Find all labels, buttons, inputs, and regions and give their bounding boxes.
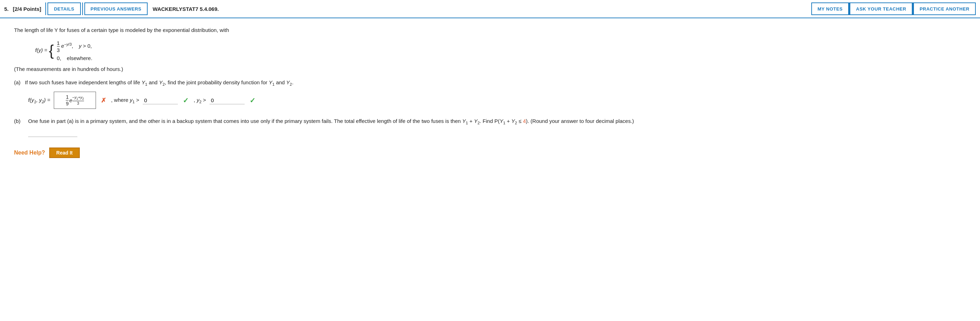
main-content: The length of life Y for fuses of a cert… — [0, 18, 980, 165]
part-a-label: (a) — [14, 79, 24, 85]
divider-1 — [45, 2, 46, 15]
need-help-bar: Need Help? Read It — [14, 148, 969, 158]
y2-input[interactable] — [210, 97, 245, 104]
problem-code: WACKERLYSTAT7 5.4.069. — [153, 6, 219, 12]
box-exp-base: e — [69, 97, 72, 103]
part-b-input-line — [28, 130, 77, 137]
box-fraction-den: 9 — [66, 100, 68, 106]
details-button[interactable]: DETAILS — [48, 2, 81, 15]
box-exponent: −y1+y2 3 — [72, 95, 84, 105]
where-y1-text: , where y1 > — [111, 97, 139, 104]
case2-cond: elsewhere. — [67, 55, 92, 61]
case1-cond: y > 0, — [79, 43, 92, 49]
y2-correct-icon: ✓ — [250, 96, 256, 105]
practice-another-button[interactable]: PRACTICE ANOTHER — [913, 2, 976, 15]
header-right: MY NOTES ASK YOUR TEACHER PRACTICE ANOTH… — [811, 2, 976, 15]
points-label: [2/4 Points] — [13, 6, 41, 12]
incorrect-icon: ✗ — [101, 97, 106, 104]
part-a-desc: If two such fuses have independent lengt… — [25, 79, 294, 85]
part-b: (b) One fuse in part (a) is in a primary… — [14, 117, 969, 140]
problem-number: 5. — [4, 6, 9, 12]
part-a-text: (a) If two such fuses have independent l… — [14, 78, 969, 87]
formula-block: f(y) = { 1 3 e−y/3, y > 0, 0, elsewhere. — [35, 40, 969, 61]
part-a-math-row: f(y1, y2) = 1 9 e −y1+y2 3 ✗ , where y1 … — [28, 92, 969, 109]
fraction-denominator: 3 — [57, 47, 60, 53]
exp-power: −y/3 — [64, 42, 72, 46]
read-it-button[interactable]: Read It — [49, 148, 80, 158]
formula-label: f(y) = — [35, 47, 48, 53]
part-b-desc: One fuse in part (a) is in a primary sys… — [28, 117, 634, 126]
measurements-note: (The measurements are in hundreds of hou… — [14, 66, 969, 72]
intro-text: The length of life Y for fuses of a cert… — [14, 26, 969, 34]
case2-expr: 0, — [57, 55, 62, 61]
where-y2-text: , y2 > — [194, 97, 206, 104]
box-fraction-num: 1 — [66, 94, 68, 100]
header-left: 5. [2/4 Points] DETAILS PREVIOUS ANSWERS… — [4, 2, 811, 15]
joint-pdf-label: f(y1, y2) = — [28, 97, 50, 104]
brace-symbol: { — [49, 42, 54, 59]
header-bar: 5. [2/4 Points] DETAILS PREVIOUS ANSWERS… — [0, 0, 980, 18]
y1-input[interactable] — [143, 97, 178, 104]
need-help-label: Need Help? — [14, 149, 45, 156]
piecewise-row-1: 1 3 e−y/3, y > 0, — [57, 40, 92, 53]
fraction-numerator: 1 — [57, 40, 60, 47]
case1-expr: 1 3 e−y/3, — [57, 40, 73, 53]
joint-pdf-answer-box: 1 9 e −y1+y2 3 — [54, 92, 96, 109]
y1-correct-icon: ✓ — [183, 96, 189, 105]
piecewise-row-2: 0, elsewhere. — [57, 55, 92, 61]
part-b-label: (b) — [14, 117, 24, 126]
orange-value: 4 — [523, 118, 526, 124]
box-fraction: 1 9 — [66, 94, 68, 106]
previous-answers-button[interactable]: PREVIOUS ANSWERS — [84, 2, 148, 15]
ask-teacher-button[interactable]: ASK YOUR TEACHER — [850, 2, 913, 15]
divider-2 — [82, 2, 83, 15]
my-notes-button[interactable]: MY NOTES — [811, 2, 849, 15]
part-b-text-row: (b) One fuse in part (a) is in a primary… — [14, 117, 969, 126]
piecewise-cases: 1 3 e−y/3, y > 0, 0, elsewhere. — [57, 40, 92, 61]
part-b-answer-line — [14, 126, 969, 140]
